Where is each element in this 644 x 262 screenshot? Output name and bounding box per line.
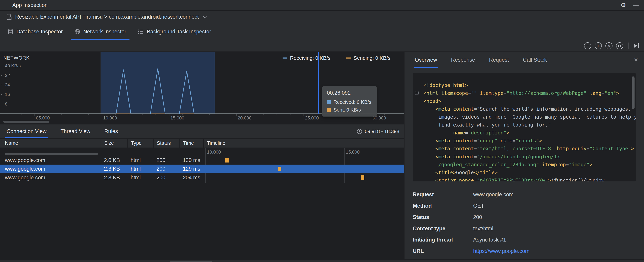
table-row[interactable]: www.google.com2.3 KBhtml200129 ms bbox=[0, 164, 404, 173]
received-swatch-icon bbox=[327, 100, 330, 104]
code-line: <title>Google</title> bbox=[424, 168, 636, 176]
timeline-tick-label: 15.000 bbox=[346, 150, 360, 155]
zoom-to-selection-icon[interactable] bbox=[616, 42, 623, 50]
inspector-tabs: Database InspectorNetwork InspectorBackg… bbox=[0, 24, 644, 40]
tab-response[interactable]: Response bbox=[450, 52, 476, 68]
code-line: <head> bbox=[424, 97, 636, 105]
detail-label: Content type bbox=[413, 226, 473, 232]
sent-swatch-icon bbox=[327, 108, 330, 112]
zoom-out-icon[interactable]: − bbox=[584, 42, 591, 50]
reset-zoom-icon[interactable]: ✕ bbox=[606, 42, 612, 50]
toolwindow-run[interactable]: Run bbox=[50, 261, 71, 262]
code-content: <!doctype html><html itemscope="" itemty… bbox=[413, 73, 636, 182]
tab-database-inspector[interactable]: Database Inspector bbox=[2, 24, 68, 40]
x-axis-tick-label: 20.000 bbox=[238, 115, 252, 121]
legend-sending: Sending: 0 KB/s bbox=[346, 55, 390, 61]
cell-type: html bbox=[127, 174, 153, 181]
settings-gear-icon[interactable]: ⚙ bbox=[621, 2, 626, 8]
toolwindow-logcat[interactable]: Logcat bbox=[215, 261, 242, 262]
device-phone-icon bbox=[6, 14, 12, 20]
tick-mark bbox=[1, 75, 2, 76]
tab-call-stack[interactable]: Call Stack bbox=[522, 52, 548, 68]
cell-time: 129 ms bbox=[180, 166, 203, 172]
tab-background-task-inspector[interactable]: Background Task Inspector bbox=[132, 24, 217, 40]
detail-value: text/html bbox=[473, 226, 493, 232]
chart-title: NETWORK bbox=[3, 55, 30, 61]
receiving-swatch-icon bbox=[282, 58, 287, 58]
tab-overview[interactable]: Overview bbox=[414, 52, 438, 68]
detail-row-method: MethodGET bbox=[413, 200, 636, 212]
close-icon[interactable]: ✕ bbox=[634, 57, 638, 63]
response-code-viewer[interactable]: − <!doctype html><html itemscope="" item… bbox=[413, 73, 636, 182]
tooltip-time: 00:26.092 bbox=[327, 90, 372, 96]
name-column-scrollbar[interactable] bbox=[5, 153, 98, 155]
detail-row-request: Requestwww.google.com bbox=[413, 189, 636, 200]
detail-label: URL bbox=[413, 248, 473, 254]
tab-thread-view[interactable]: Thread View bbox=[59, 124, 92, 138]
toolwindow-services[interactable]: Services bbox=[300, 261, 330, 262]
cell-name: www.google.com bbox=[0, 174, 100, 181]
column-header-type[interactable]: Type bbox=[127, 139, 153, 147]
toolwindow-app-inspection[interactable]: App Inspection bbox=[170, 261, 213, 262]
window-title: App Inspection bbox=[12, 2, 48, 8]
x-axis-tick-label: 25.000 bbox=[305, 115, 319, 121]
code-line: /googleg_standard_color_128dp.png" itemp… bbox=[424, 160, 636, 168]
tab-connection-view[interactable]: Connection View bbox=[5, 124, 48, 138]
code-line: name="description"> bbox=[424, 129, 636, 137]
toolwindow-app-quality-insights[interactable]: App Quality Insights bbox=[244, 261, 298, 262]
table-header[interactable]: NameSizeTypeStatusTimeTimeline bbox=[0, 139, 404, 148]
code-fold-icon[interactable]: − bbox=[415, 91, 418, 95]
network-pane: NETWORK Receiving: 0 KB/s Sending: 0 KB/… bbox=[0, 52, 404, 262]
column-header-time[interactable]: Time bbox=[180, 139, 203, 147]
tick-mark bbox=[1, 85, 2, 85]
detail-value-link[interactable]: https://www.google.com bbox=[473, 248, 530, 254]
tooltip-sent-row: Sent: 0 KB/s bbox=[327, 107, 372, 113]
column-header-status[interactable]: Status bbox=[153, 139, 180, 147]
detail-pane: OverviewResponseRequestCall Stack✕ − <!d… bbox=[404, 52, 644, 262]
zoom-in-icon[interactable]: + bbox=[595, 42, 602, 50]
cell-size: 2.3 KB bbox=[100, 174, 127, 181]
detail-label: Method bbox=[413, 203, 473, 209]
code-line: <meta content="Search the world's inform… bbox=[424, 105, 636, 113]
tick-label: 40 KB/s bbox=[5, 63, 21, 68]
toolwindow-version-control[interactable]: Version Control bbox=[3, 261, 47, 262]
tick-mark bbox=[1, 104, 2, 104]
database-icon bbox=[8, 28, 14, 35]
tab-request[interactable]: Request bbox=[488, 52, 510, 68]
toolwindow-problems[interactable]: Problems bbox=[102, 261, 134, 262]
table-row[interactable]: www.google.com2.0 KBhtml200130 ms bbox=[0, 156, 404, 164]
tick-mark bbox=[1, 94, 2, 95]
cell-type: html bbox=[127, 157, 153, 163]
y-axis-tick: 40 KB/s bbox=[1, 63, 21, 68]
go-live-icon[interactable] bbox=[634, 44, 639, 48]
column-header-timeline[interactable]: Timeline bbox=[203, 139, 404, 147]
hide-window-icon[interactable]: — bbox=[633, 2, 639, 8]
process-selector-bar[interactable]: Resizable Experimental API Tiramisu > co… bbox=[0, 11, 644, 24]
tab-network-inspector[interactable]: Network Inspector bbox=[68, 24, 132, 40]
toolwindow-build[interactable]: Build bbox=[333, 261, 356, 262]
sending-swatch-icon bbox=[346, 58, 351, 58]
code-line: <html itemscope="" itemtype="http://sche… bbox=[424, 89, 636, 97]
detail-value: AsyncTask #1 bbox=[473, 237, 506, 243]
table-row[interactable]: www.google.com2.3 KBhtml200204 ms bbox=[0, 173, 404, 182]
cell-status: 200 bbox=[153, 157, 180, 163]
network-chart[interactable]: NETWORK Receiving: 0 KB/s Sending: 0 KB/… bbox=[0, 52, 404, 124]
chart-horizontal-scrollbar[interactable] bbox=[3, 121, 49, 123]
column-header-size[interactable]: Size bbox=[100, 139, 127, 147]
toolwindow-profiler[interactable]: Profiler bbox=[358, 261, 386, 262]
y-axis-tick: 32 bbox=[1, 73, 10, 78]
column-header-name[interactable]: Name bbox=[0, 139, 100, 147]
toolwindow-terminal[interactable]: Terminal bbox=[137, 261, 167, 262]
tick-label: 32 bbox=[5, 73, 10, 78]
detail-value: www.google.com bbox=[473, 192, 514, 198]
tab-rules[interactable]: Rules bbox=[103, 124, 120, 138]
code-scrollbar[interactable] bbox=[632, 76, 634, 109]
request-details: Requestwww.google.comMethodGETStatus200C… bbox=[413, 189, 636, 257]
toolwindow-todo[interactable]: TODO bbox=[74, 261, 100, 262]
timeline-marker bbox=[278, 167, 281, 171]
code-line: <!doctype html> bbox=[424, 81, 636, 89]
tick-label: 24 bbox=[5, 82, 10, 88]
cell-name: www.google.com bbox=[0, 166, 100, 172]
tick-label: 16 bbox=[5, 92, 10, 97]
legend-receiving: Receiving: 0 KB/s bbox=[282, 55, 330, 61]
